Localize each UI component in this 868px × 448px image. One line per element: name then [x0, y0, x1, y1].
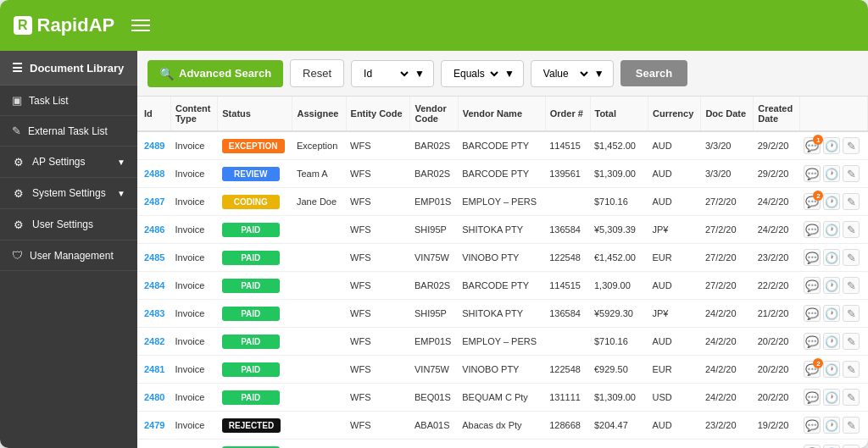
document-link[interactable]: 2485	[144, 252, 164, 263]
cell-currency: AUD	[648, 412, 700, 440]
cell-created-date: 18/2/20	[754, 440, 800, 449]
cell-total: $1,309.00	[590, 160, 648, 188]
sidebar-item-ap-settings[interactable]: ⚙ AP Settings ▼	[0, 147, 137, 178]
document-link[interactable]: 2487	[144, 196, 164, 207]
clock-icon[interactable]: 🕐	[823, 277, 840, 294]
cell-assignee	[292, 328, 346, 356]
message-icon[interactable]: 💬	[804, 277, 821, 294]
col-status: Status	[218, 97, 292, 131]
col-assignee: Assignee	[292, 97, 346, 131]
sidebar-item-task-list[interactable]: ▣ Task List	[0, 86, 137, 116]
clock-icon[interactable]: 🕐	[823, 221, 840, 238]
sidebar-item-external-task-list[interactable]: ✎ External Task List	[0, 116, 137, 147]
message-icon[interactable]: 💬	[804, 445, 821, 448]
clock-icon[interactable]: 🕐	[823, 165, 840, 182]
cell-status: PAID	[218, 216, 292, 244]
filter-operator-dropdown[interactable]: Equals ▼	[441, 60, 524, 87]
document-link[interactable]: 2484	[144, 280, 164, 290]
edit-icon[interactable]: ✎	[843, 277, 860, 294]
cell-vendor-code: BEQ01S	[410, 384, 458, 412]
edit-icon[interactable]: ✎	[843, 361, 860, 378]
sidebar-header: ☰ Document Library	[0, 51, 137, 86]
cell-vendor-code: SHI95P	[410, 216, 458, 244]
document-link[interactable]: 2483	[144, 308, 164, 318]
cell-entity-code: WFS	[346, 216, 410, 244]
sidebar-item-user-settings[interactable]: ⚙ User Settings	[0, 209, 137, 241]
cell-assignee: Exception	[292, 131, 346, 160]
filter-operator-select[interactable]: Equals	[450, 67, 501, 80]
message-icon[interactable]: 💬	[804, 333, 821, 350]
filter-value-dropdown[interactable]: Value ▼	[531, 60, 614, 87]
clock-icon[interactable]: 🕐	[823, 445, 840, 448]
cell-actions: 💬 🕐 ✎	[799, 328, 867, 356]
cell-status: PAID	[218, 300, 292, 328]
message-icon[interactable]: 💬1	[804, 137, 821, 154]
cell-status: CODING	[218, 188, 292, 216]
clock-icon[interactable]: 🕐	[823, 389, 840, 406]
clock-icon[interactable]: 🕐	[823, 361, 840, 378]
edit-icon[interactable]: ✎	[843, 221, 860, 238]
clock-icon[interactable]: 🕐	[823, 417, 840, 434]
message-icon[interactable]: 💬	[804, 165, 821, 182]
clock-icon[interactable]: 🕐	[823, 249, 840, 266]
message-icon[interactable]: 💬	[804, 417, 821, 434]
table-row: 2481 Invoice PAID WFS VIN75W VINOBO PTY …	[137, 356, 868, 384]
dropdown-icon: ▼	[415, 68, 425, 80]
cell-total: $204.47	[590, 412, 648, 440]
clock-icon[interactable]: 🕐	[823, 305, 840, 322]
document-link[interactable]: 2479	[144, 420, 164, 430]
edit-icon[interactable]: ✎	[843, 249, 860, 266]
clock-icon[interactable]: 🕐	[823, 193, 840, 210]
cell-vendor-name: SHITOKA PTY	[458, 216, 545, 244]
search-button[interactable]: Search	[620, 60, 687, 86]
status-badge: CODING	[222, 195, 280, 209]
edit-icon[interactable]: ✎	[843, 445, 860, 448]
cell-created-date: 24/2/20	[754, 216, 800, 244]
document-link[interactable]: 2486	[144, 224, 164, 235]
cell-vendor-code: BAR02S	[410, 272, 458, 300]
cell-order: 131111	[545, 384, 590, 412]
message-icon[interactable]: 💬	[804, 249, 821, 266]
message-icon[interactable]: 💬2	[804, 361, 821, 378]
cell-vendor-name: BEQUAM C Pty	[458, 440, 545, 449]
message-icon[interactable]: 💬	[804, 221, 821, 238]
message-icon[interactable]: 💬	[804, 305, 821, 322]
filter-field-select[interactable]: Id	[360, 67, 411, 80]
document-link[interactable]: 2489	[144, 141, 164, 151]
clock-icon[interactable]: 🕐	[823, 137, 840, 154]
table-row: 2478 Invoice PAID WFS BEQ01S BEQUAM C Pt…	[137, 440, 868, 449]
table-row: 2485 Invoice PAID WFS VIN75W VINOBO PTY …	[137, 244, 868, 272]
cell-order: 136584	[545, 300, 590, 328]
edit-icon[interactable]: ✎	[843, 417, 860, 434]
clock-icon[interactable]: 🕐	[823, 333, 840, 350]
filter-field-dropdown[interactable]: Id ▼	[351, 60, 434, 87]
document-link[interactable]: 2481	[144, 364, 164, 374]
edit-icon[interactable]: ✎	[843, 305, 860, 322]
edit-icon[interactable]: ✎	[843, 165, 860, 182]
edit-icon[interactable]: ✎	[843, 389, 860, 406]
cell-entity-code: WFS	[346, 412, 410, 440]
reset-button[interactable]: Reset	[290, 59, 344, 87]
advanced-search-button[interactable]: 🔍 Advanced Search	[147, 60, 283, 87]
edit-icon[interactable]: ✎	[843, 193, 860, 210]
document-link[interactable]: 2482	[144, 336, 164, 346]
cell-vendor-code: VIN75W	[410, 244, 458, 272]
cell-content-type: Invoice	[170, 300, 217, 328]
cell-content-type: Invoice	[170, 244, 217, 272]
cell-entity-code: WFS	[346, 440, 410, 449]
edit-icon[interactable]: ✎	[843, 333, 860, 350]
edit-icon[interactable]: ✎	[843, 137, 860, 154]
sidebar-item-user-management[interactable]: 🛡 User Management	[0, 241, 137, 271]
cell-content-type: Invoice	[170, 440, 217, 449]
message-icon[interactable]: 💬	[804, 389, 821, 406]
sidebar-item-system-settings[interactable]: ⚙ System Settings ▼	[0, 178, 137, 209]
document-link[interactable]: 2480	[144, 392, 164, 402]
message-icon[interactable]: 💬2	[804, 193, 821, 210]
sidebar-item-label: System Settings	[32, 187, 106, 199]
cell-order: 131111	[545, 440, 590, 449]
cell-actions: 💬 🕐 ✎	[799, 300, 867, 328]
filter-value-select[interactable]: Value	[540, 67, 591, 80]
menu-toggle[interactable]	[131, 19, 150, 31]
cell-status: PAID	[218, 244, 292, 272]
document-link[interactable]: 2488	[144, 169, 164, 179]
